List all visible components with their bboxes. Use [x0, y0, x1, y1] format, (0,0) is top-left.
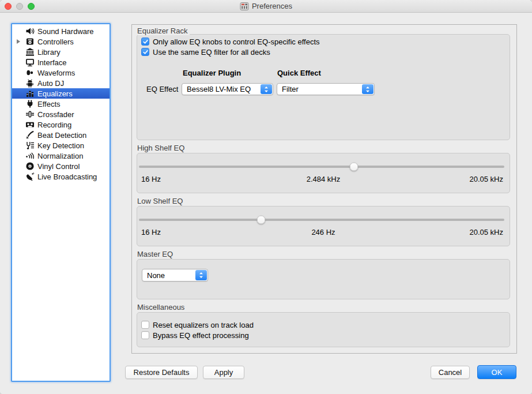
bypass-eq-checkbox[interactable]	[141, 331, 149, 339]
preferences-window: Preferences Sound Hardware Controllers	[0, 0, 532, 394]
crossfader-icon	[25, 110, 35, 119]
group-title-miscellaneous: Miscellaneous	[137, 303, 187, 312]
apply-button[interactable]: Apply	[203, 366, 244, 379]
sidebar-item-interface[interactable]: Interface	[12, 57, 110, 67]
satellite-icon	[25, 172, 35, 181]
low-shelf-slider-track[interactable]	[139, 219, 504, 221]
sidebar-item-label: Sound Hardware	[37, 27, 94, 36]
sidebar-item-label: Interface	[37, 58, 67, 67]
low-shelf-max-label: 20.05 kHz	[469, 228, 503, 237]
group-title-master-eq: Master EQ	[137, 250, 175, 258]
close-button[interactable]	[5, 3, 12, 10]
sidebar-item-auto-dj[interactable]: Auto DJ	[12, 78, 110, 88]
sidebar-item-beat-detection[interactable]: Beat Detection	[12, 130, 110, 140]
group-title-high-shelf-eq: High Shelf EQ	[137, 144, 187, 152]
sidebar-item-label: Vinyl Control	[37, 162, 80, 171]
sidebar-item-controllers[interactable]: Controllers	[12, 36, 110, 47]
reset-equalizers-checkbox[interactable]	[141, 321, 149, 329]
column-header-quick-effect: Quick Effect	[277, 69, 321, 77]
low-shelf-slider-handle[interactable]	[256, 216, 265, 224]
sidebar-item-label: Equalizers	[37, 89, 73, 98]
app-icon	[240, 2, 249, 11]
sidebar-item-key-detection[interactable]: Key Detection	[12, 140, 110, 151]
ok-button[interactable]: OK	[477, 365, 516, 379]
sidebar-item-equalizers[interactable]: Equalizers	[12, 88, 110, 99]
zoom-button[interactable]	[28, 3, 35, 10]
high-shelf-slider-track[interactable]	[139, 166, 504, 168]
window-controls	[5, 3, 35, 10]
column-header-equalizer-plugin: Equalizer Plugin	[183, 69, 241, 77]
group-title-low-shelf-eq: Low Shelf EQ	[137, 197, 186, 205]
checkbox-label: Reset equalizers on track load	[153, 321, 254, 329]
library-icon	[25, 47, 35, 57]
quick-effect-dropdown[interactable]: Filter	[277, 83, 375, 95]
sidebar-item-label: Effects	[37, 100, 61, 108]
dropdown-arrows-icon	[362, 84, 373, 94]
sound-waves-icon	[25, 151, 35, 160]
robot-icon	[25, 78, 35, 88]
tuning-fork-icon	[25, 141, 35, 150]
high-shelf-labels: 16 Hz 2.484 kHz 20.05 kHz	[137, 175, 510, 184]
cassette-icon	[25, 120, 35, 129]
high-shelf-value-label: 2.484 kHz	[137, 175, 510, 183]
minimize-button	[16, 3, 23, 10]
group-equalizer-rack: Only allow EQ knobs to control EQ-specif…	[137, 34, 510, 140]
sidebar-item-label: Controllers	[37, 37, 74, 46]
titlebar: Preferences	[0, 0, 532, 13]
restore-defaults-button[interactable]: Restore Defaults	[125, 366, 198, 379]
effects-icon	[25, 99, 35, 108]
high-shelf-max-label: 20.05 kHz	[469, 175, 503, 183]
checkbox-row-bypass-eq: Bypass EQ effect processing	[141, 331, 249, 340]
checkbox-label: Bypass EQ effect processing	[153, 331, 249, 340]
sidebar-item-label: Key Detection	[37, 141, 84, 150]
sidebar-item-label: Recording	[37, 121, 71, 129]
controller-icon	[25, 37, 35, 46]
checkbox-row-eq-knobs: Only allow EQ knobs to control EQ-specif…	[141, 37, 320, 46]
preferences-sidebar: Sound Hardware Controllers Library	[11, 23, 111, 382]
group-master-eq: None	[137, 259, 510, 299]
sidebar-item-live-broadcasting[interactable]: Live Broadcasting	[12, 171, 110, 182]
sidebar-item-label: Library	[37, 48, 61, 57]
group-high-shelf-eq: 16 Hz 2.484 kHz 20.05 kHz	[137, 153, 510, 193]
dropdown-arrows-icon	[261, 84, 272, 94]
equalizer-plugin-value: Bessel8 LV-Mix EQ	[187, 84, 251, 95]
sidebar-item-recording[interactable]: Recording	[12, 119, 110, 130]
sidebar-item-crossfader[interactable]: Crossfader	[12, 109, 110, 119]
equalizer-icon	[25, 89, 35, 98]
checkbox-label: Use the same EQ filter for all decks	[153, 48, 270, 57]
preferences-pane-equalizers: Equalizer Rack Only allow EQ knobs to co…	[131, 24, 517, 354]
eq-effect-label: EQ Effect	[146, 85, 178, 93]
sidebar-item-label: Normalization	[37, 152, 83, 160]
low-shelf-value-label: 246 Hz	[137, 228, 510, 237]
sidebar-item-label: Live Broadcasting	[37, 172, 97, 181]
window-title: Preferences	[252, 2, 292, 10]
equalizer-plugin-dropdown[interactable]: Bessel8 LV-Mix EQ	[182, 83, 273, 95]
cancel-button[interactable]: Cancel	[431, 366, 470, 379]
sidebar-item-label: Beat Detection	[37, 131, 86, 140]
sidebar-item-effects[interactable]: Effects	[12, 99, 110, 109]
checkbox-row-reset-equalizers: Reset equalizers on track load	[141, 320, 254, 329]
sidebar-item-vinyl-control[interactable]: Vinyl Control	[12, 161, 110, 171]
sidebar-item-label: Crossfader	[37, 110, 74, 119]
sidebar-item-library[interactable]: Library	[12, 47, 110, 57]
master-eq-value: None	[147, 269, 165, 281]
checkbox-label: Only allow EQ knobs to control EQ-specif…	[153, 37, 320, 46]
sidebar-item-normalization[interactable]: Normalization	[12, 151, 110, 161]
dropdown-arrows-icon	[195, 270, 207, 280]
monitor-icon	[25, 58, 35, 67]
sidebar-item-waveforms[interactable]: Waveforms	[12, 67, 110, 78]
sidebar-item-label: Auto DJ	[37, 79, 64, 88]
low-shelf-labels: 16 Hz 246 Hz 20.05 kHz	[137, 228, 510, 237]
eq-knobs-checkbox[interactable]	[141, 37, 149, 46]
vinyl-icon	[25, 162, 35, 171]
master-eq-dropdown[interactable]: None	[142, 269, 208, 282]
sidebar-item-sound-hardware[interactable]: Sound Hardware	[12, 26, 110, 36]
group-title-equalizer-rack: Equalizer Rack	[137, 27, 190, 35]
whip-icon	[25, 130, 35, 140]
same-eq-filter-checkbox[interactable]	[141, 48, 149, 56]
checkbox-row-same-eq-filter: Use the same EQ filter for all decks	[141, 47, 270, 57]
disclosure-triangle-icon[interactable]	[17, 39, 20, 44]
high-shelf-slider-handle[interactable]	[349, 163, 358, 171]
sidebar-item-label: Waveforms	[37, 69, 75, 77]
group-low-shelf-eq: 16 Hz 246 Hz 20.05 kHz	[137, 206, 510, 246]
